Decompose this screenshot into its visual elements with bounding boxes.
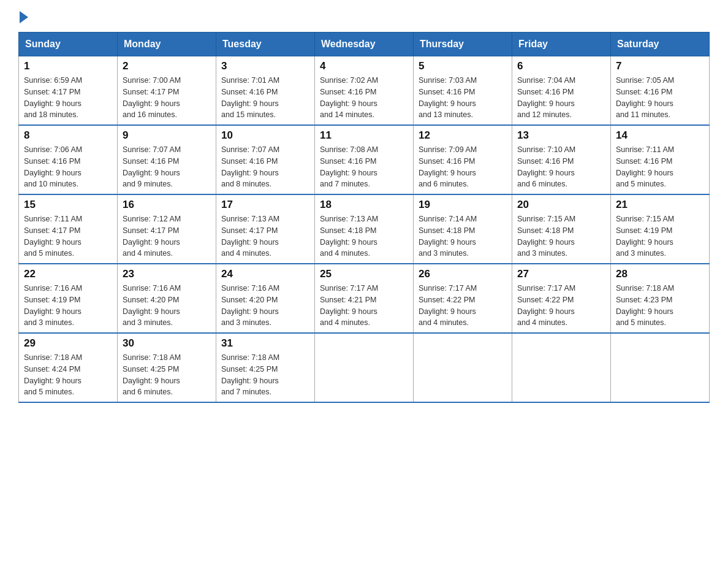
day-number: 3 <box>221 60 309 72</box>
calendar-cell: 15 Sunrise: 7:11 AM Sunset: 4:17 PM Dayl… <box>19 194 118 264</box>
day-info: Sunrise: 7:02 AM Sunset: 4:16 PM Dayligh… <box>320 75 408 121</box>
weekday-header-monday: Monday <box>118 33 216 56</box>
day-number: 8 <box>24 129 112 142</box>
calendar-cell: 24 Sunrise: 7:16 AM Sunset: 4:20 PM Dayl… <box>216 264 315 333</box>
day-info: Sunrise: 7:08 AM Sunset: 4:16 PM Dayligh… <box>320 144 408 190</box>
day-info: Sunrise: 7:07 AM Sunset: 4:16 PM Dayligh… <box>221 144 309 190</box>
day-number: 29 <box>24 337 112 350</box>
day-info: Sunrise: 7:13 AM Sunset: 4:18 PM Dayligh… <box>320 213 408 259</box>
day-number: 24 <box>221 268 309 280</box>
day-number: 1 <box>24 60 112 72</box>
calendar-table: SundayMondayTuesdayWednesdayThursdayFrid… <box>18 32 710 403</box>
weekday-header-friday: Friday <box>512 33 611 56</box>
day-info: Sunrise: 7:17 AM Sunset: 4:22 PM Dayligh… <box>517 283 605 329</box>
day-number: 23 <box>123 268 211 280</box>
day-info: Sunrise: 7:16 AM Sunset: 4:19 PM Dayligh… <box>24 283 112 329</box>
calendar-cell: 12 Sunrise: 7:09 AM Sunset: 4:16 PM Dayl… <box>414 125 512 194</box>
day-info: Sunrise: 7:15 AM Sunset: 4:18 PM Dayligh… <box>517 213 605 259</box>
calendar-cell: 23 Sunrise: 7:16 AM Sunset: 4:20 PM Dayl… <box>118 264 216 333</box>
calendar-week-row: 8 Sunrise: 7:06 AM Sunset: 4:16 PM Dayli… <box>19 125 710 194</box>
day-number: 9 <box>123 129 211 142</box>
calendar-cell: 1 Sunrise: 6:59 AM Sunset: 4:17 PM Dayli… <box>19 56 118 126</box>
calendar-cell <box>315 333 414 402</box>
day-number: 27 <box>517 268 605 280</box>
day-number: 16 <box>123 199 211 211</box>
day-info: Sunrise: 7:17 AM Sunset: 4:22 PM Dayligh… <box>419 283 507 329</box>
calendar-cell: 17 Sunrise: 7:13 AM Sunset: 4:17 PM Dayl… <box>216 194 315 264</box>
calendar-cell <box>611 333 710 402</box>
calendar-cell: 31 Sunrise: 7:18 AM Sunset: 4:25 PM Dayl… <box>216 333 315 402</box>
weekday-header-thursday: Thursday <box>414 33 512 56</box>
day-number: 21 <box>616 199 704 211</box>
day-info: Sunrise: 7:07 AM Sunset: 4:16 PM Dayligh… <box>123 144 211 190</box>
day-number: 22 <box>24 268 112 280</box>
day-number: 18 <box>320 199 408 211</box>
calendar-cell: 7 Sunrise: 7:05 AM Sunset: 4:16 PM Dayli… <box>611 56 710 126</box>
day-info: Sunrise: 6:59 AM Sunset: 4:17 PM Dayligh… <box>24 75 112 121</box>
day-info: Sunrise: 7:00 AM Sunset: 4:17 PM Dayligh… <box>123 75 211 121</box>
calendar-cell: 2 Sunrise: 7:00 AM Sunset: 4:17 PM Dayli… <box>118 56 216 126</box>
calendar-cell: 26 Sunrise: 7:17 AM Sunset: 4:22 PM Dayl… <box>414 264 512 333</box>
day-info: Sunrise: 7:16 AM Sunset: 4:20 PM Dayligh… <box>123 283 211 329</box>
day-info: Sunrise: 7:01 AM Sunset: 4:16 PM Dayligh… <box>221 75 309 121</box>
day-number: 4 <box>320 60 408 72</box>
day-info: Sunrise: 7:05 AM Sunset: 4:16 PM Dayligh… <box>616 75 704 121</box>
weekday-header-saturday: Saturday <box>611 33 710 56</box>
weekday-header-tuesday: Tuesday <box>216 33 315 56</box>
day-info: Sunrise: 7:17 AM Sunset: 4:21 PM Dayligh… <box>320 283 408 329</box>
day-number: 30 <box>123 337 211 350</box>
day-number: 5 <box>419 60 507 72</box>
calendar-cell: 5 Sunrise: 7:03 AM Sunset: 4:16 PM Dayli… <box>414 56 512 126</box>
calendar-cell: 22 Sunrise: 7:16 AM Sunset: 4:19 PM Dayl… <box>19 264 118 333</box>
calendar-cell: 19 Sunrise: 7:14 AM Sunset: 4:18 PM Dayl… <box>414 194 512 264</box>
calendar-week-row: 29 Sunrise: 7:18 AM Sunset: 4:24 PM Dayl… <box>19 333 710 402</box>
day-number: 25 <box>320 268 408 280</box>
day-number: 6 <box>517 60 605 72</box>
calendar-cell <box>512 333 611 402</box>
calendar-cell: 9 Sunrise: 7:07 AM Sunset: 4:16 PM Dayli… <box>118 125 216 194</box>
day-info: Sunrise: 7:09 AM Sunset: 4:16 PM Dayligh… <box>419 144 507 190</box>
calendar-cell: 30 Sunrise: 7:18 AM Sunset: 4:25 PM Dayl… <box>118 333 216 402</box>
calendar-cell: 28 Sunrise: 7:18 AM Sunset: 4:23 PM Dayl… <box>611 264 710 333</box>
day-number: 20 <box>517 199 605 211</box>
calendar-week-row: 15 Sunrise: 7:11 AM Sunset: 4:17 PM Dayl… <box>19 194 710 264</box>
day-info: Sunrise: 7:11 AM Sunset: 4:16 PM Dayligh… <box>616 144 704 190</box>
calendar-cell <box>414 333 512 402</box>
day-number: 26 <box>419 268 507 280</box>
calendar-cell: 13 Sunrise: 7:10 AM Sunset: 4:16 PM Dayl… <box>512 125 611 194</box>
calendar-cell: 18 Sunrise: 7:13 AM Sunset: 4:18 PM Dayl… <box>315 194 414 264</box>
calendar-cell: 4 Sunrise: 7:02 AM Sunset: 4:16 PM Dayli… <box>315 56 414 126</box>
page-header <box>18 12 710 20</box>
day-number: 7 <box>616 60 704 72</box>
day-info: Sunrise: 7:13 AM Sunset: 4:17 PM Dayligh… <box>221 213 309 259</box>
day-number: 17 <box>221 199 309 211</box>
day-info: Sunrise: 7:18 AM Sunset: 4:23 PM Dayligh… <box>616 283 704 329</box>
calendar-week-row: 22 Sunrise: 7:16 AM Sunset: 4:19 PM Dayl… <box>19 264 710 333</box>
day-number: 19 <box>419 199 507 211</box>
calendar-cell: 27 Sunrise: 7:17 AM Sunset: 4:22 PM Dayl… <box>512 264 611 333</box>
day-number: 2 <box>123 60 211 72</box>
weekday-header-row: SundayMondayTuesdayWednesdayThursdayFrid… <box>19 33 710 56</box>
logo-arrow-icon <box>20 11 28 23</box>
day-info: Sunrise: 7:18 AM Sunset: 4:25 PM Dayligh… <box>221 352 309 398</box>
calendar-cell: 8 Sunrise: 7:06 AM Sunset: 4:16 PM Dayli… <box>19 125 118 194</box>
calendar-cell: 20 Sunrise: 7:15 AM Sunset: 4:18 PM Dayl… <box>512 194 611 264</box>
calendar-week-row: 1 Sunrise: 6:59 AM Sunset: 4:17 PM Dayli… <box>19 56 710 126</box>
day-number: 14 <box>616 129 704 142</box>
day-info: Sunrise: 7:12 AM Sunset: 4:17 PM Dayligh… <box>123 213 211 259</box>
day-number: 15 <box>24 199 112 211</box>
weekday-header-wednesday: Wednesday <box>315 33 414 56</box>
calendar-cell: 21 Sunrise: 7:15 AM Sunset: 4:19 PM Dayl… <box>611 194 710 264</box>
day-number: 10 <box>221 129 309 142</box>
day-number: 28 <box>616 268 704 280</box>
day-info: Sunrise: 7:06 AM Sunset: 4:16 PM Dayligh… <box>24 144 112 190</box>
day-info: Sunrise: 7:18 AM Sunset: 4:25 PM Dayligh… <box>123 352 211 398</box>
calendar-cell: 16 Sunrise: 7:12 AM Sunset: 4:17 PM Dayl… <box>118 194 216 264</box>
day-info: Sunrise: 7:18 AM Sunset: 4:24 PM Dayligh… <box>24 352 112 398</box>
logo <box>18 12 28 20</box>
calendar-cell: 25 Sunrise: 7:17 AM Sunset: 4:21 PM Dayl… <box>315 264 414 333</box>
day-info: Sunrise: 7:14 AM Sunset: 4:18 PM Dayligh… <box>419 213 507 259</box>
day-number: 31 <box>221 337 309 350</box>
calendar-cell: 29 Sunrise: 7:18 AM Sunset: 4:24 PM Dayl… <box>19 333 118 402</box>
calendar-cell: 10 Sunrise: 7:07 AM Sunset: 4:16 PM Dayl… <box>216 125 315 194</box>
